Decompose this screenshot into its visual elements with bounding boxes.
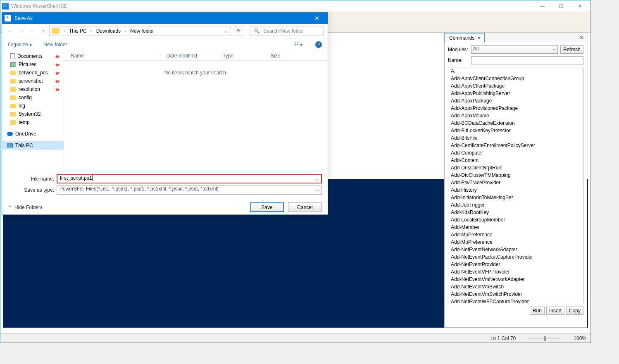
breadcrumb-newfolder[interactable]: New folder <box>129 28 155 34</box>
save-as-dialog: Save As ✕ ← → ⌵ ↑ › This PC › Downloads … <box>2 12 328 215</box>
panel-close-icon[interactable]: ✕ <box>579 34 584 41</box>
app-title: Windows PowerShell ISE <box>11 3 533 9</box>
command-item[interactable]: Add-NetEventVmNetworkAdapter <box>448 276 583 283</box>
commands-panel: Commands ✕ ✕ Modules: All⌵ Refresh Name:… <box>444 33 587 328</box>
minimize-button[interactable]: — <box>533 0 552 12</box>
command-item[interactable]: Add-JobTrigger <box>448 201 583 209</box>
tree-between-pcs[interactable]: between_pcs📌 <box>2 69 64 77</box>
dialog-title: Save As <box>14 15 309 21</box>
column-type[interactable]: Type <box>223 53 271 59</box>
command-item[interactable]: Add-MpPreference <box>448 238 583 246</box>
command-item[interactable]: Add-Computer <box>448 149 583 157</box>
column-size[interactable]: Size <box>271 53 304 59</box>
folder-icon <box>10 87 16 92</box>
tree-log[interactable]: log <box>2 102 64 110</box>
tree-resolution[interactable]: resolution📌 <box>2 85 64 93</box>
pictures-icon <box>10 62 16 67</box>
name-filter-input[interactable] <box>471 56 583 64</box>
command-item[interactable]: Add-AppvPublishingServer <box>448 90 583 97</box>
column-date[interactable]: Date modified <box>167 53 223 59</box>
command-item[interactable]: Add-AppxProvisionedPackage <box>448 105 583 112</box>
copy-button[interactable]: Copy <box>566 307 583 315</box>
command-item[interactable]: Add-Member <box>448 224 583 231</box>
command-item[interactable]: Add-AppxVolume <box>448 112 583 119</box>
command-item[interactable]: Add-CertificateEnrollmentPolicyServer <box>448 142 583 149</box>
commands-tab-label: Commands <box>449 35 474 41</box>
nav-back-icon[interactable]: ← <box>6 26 15 36</box>
nav-recent-icon[interactable]: ⌵ <box>28 26 37 36</box>
breadcrumb-dropdown-icon[interactable]: ⌵ <box>221 28 230 34</box>
save-button[interactable]: Save <box>250 202 284 212</box>
command-item[interactable]: Add-NetEventPacketCaptureProvider <box>448 253 583 261</box>
tree-screenshot[interactable]: screenshot📌 <box>2 77 64 85</box>
modules-label: Modules: <box>448 47 469 52</box>
command-item[interactable]: Add-AppxPackage <box>448 97 583 105</box>
nav-forward-icon[interactable]: → <box>17 26 26 36</box>
filename-input[interactable]: first_script.ps1 <box>57 174 322 183</box>
tree-pictures[interactable]: Pictures📌 <box>2 60 64 69</box>
command-item[interactable]: Add-LocalGroupMember <box>448 216 583 224</box>
tree-onedrive[interactable]: OneDrive <box>2 130 64 138</box>
command-item[interactable]: Add-Content <box>448 157 583 164</box>
breadcrumb-downloads[interactable]: Downloads <box>95 28 122 34</box>
zoom-level: 100% <box>574 335 586 341</box>
command-item[interactable]: Add-BitsFile <box>448 134 583 142</box>
refresh-button[interactable]: Refresh <box>560 45 583 54</box>
modules-select[interactable]: All⌵ <box>471 45 558 54</box>
navigation-tree[interactable]: Documents📌 Pictures📌 between_pcs📌 screen… <box>2 51 64 171</box>
search-input[interactable]: 🔍 Search New folder <box>250 26 324 36</box>
breadcrumb[interactable]: › This PC › Downloads › New folder ⌵ <box>49 26 231 36</box>
command-item[interactable]: Add-NetEventVmSwitch <box>448 283 583 290</box>
main-titlebar: Windows PowerShell ISE — ☐ ✕ <box>0 0 590 12</box>
cancel-button[interactable]: Cancel <box>288 202 322 212</box>
help-icon[interactable]: ? <box>315 41 322 48</box>
command-item[interactable]: Add-NetEventWFPCaptureProvider <box>448 298 583 303</box>
file-list-header[interactable]: Name⌃ Date modified Type Size <box>64 51 328 61</box>
name-label: Name: <box>448 57 469 63</box>
close-button[interactable]: ✕ <box>570 0 589 12</box>
pin-icon: 📌 <box>54 78 60 84</box>
organize-button[interactable]: Organize ▾ <box>8 42 32 48</box>
command-item[interactable]: Add-AppvClientPackage <box>448 82 583 90</box>
document-icon <box>10 53 15 59</box>
tree-documents[interactable]: Documents📌 <box>2 52 64 60</box>
command-item[interactable]: Add-AppvClientConnectionGroup <box>448 75 583 82</box>
insert-button[interactable]: Insert <box>546 307 564 315</box>
search-icon: 🔍 <box>254 28 260 34</box>
view-options-icon[interactable]: ☷ ▾ <box>293 40 304 49</box>
tree-this-pc[interactable]: This PC <box>2 141 64 150</box>
run-button[interactable]: Run <box>530 307 545 315</box>
tree-temp[interactable]: temp <box>2 118 64 126</box>
command-item[interactable]: Add-NetEventNetworkAdapter <box>448 246 583 253</box>
command-item[interactable]: Add-NetEventProvider <box>448 261 583 268</box>
breadcrumb-root[interactable]: This PC <box>67 28 88 34</box>
command-item[interactable]: Add-EtwTraceProvider <box>448 179 583 186</box>
command-item[interactable]: Add-History <box>448 186 583 194</box>
command-item[interactable]: Add-DnsClientNrptRule <box>448 164 583 171</box>
hide-folders-button[interactable]: ⌃Hide Folders <box>8 205 43 210</box>
command-item[interactable]: Add-KdsRootKey <box>448 209 583 216</box>
nav-up-icon[interactable]: ↑ <box>38 26 48 36</box>
command-item[interactable]: Add-DtcClusterTMMapping <box>448 171 583 179</box>
new-folder-button[interactable]: New folder <box>43 42 67 48</box>
app-icon <box>2 3 9 10</box>
tree-config[interactable]: config <box>2 93 64 102</box>
dialog-close-button[interactable]: ✕ <box>309 12 325 24</box>
command-item[interactable]: A: <box>448 67 583 75</box>
command-item[interactable]: Add-MpPreference <box>448 231 583 238</box>
nav-refresh-icon[interactable]: ⟳ <box>233 26 244 36</box>
tab-close-icon[interactable]: ✕ <box>477 35 481 41</box>
savetype-select[interactable]: PowerShell Files(*.ps1, *.psm1, *.psd1, … <box>57 186 322 195</box>
commands-list[interactable]: A:Add-AppvClientConnectionGroupAdd-AppvC… <box>448 67 583 303</box>
zoom-slider[interactable] <box>528 338 561 339</box>
folder-icon <box>52 28 60 34</box>
pc-icon <box>7 143 13 148</box>
command-item[interactable]: Add-NetEventVFPProvider <box>448 268 583 276</box>
commands-tab[interactable]: Commands ✕ <box>445 33 485 42</box>
command-item[interactable]: Add-InitiatorIdToMaskingSet <box>448 194 583 201</box>
command-item[interactable]: Add-BCDataCacheExtension <box>448 119 583 127</box>
command-item[interactable]: Add-BitLockerKeyProtector <box>448 127 583 134</box>
command-item[interactable]: Add-NetEventVmSwitchProvider <box>448 290 583 298</box>
tree-system32[interactable]: System32 <box>2 110 64 118</box>
maximize-button[interactable]: ☐ <box>552 0 570 12</box>
